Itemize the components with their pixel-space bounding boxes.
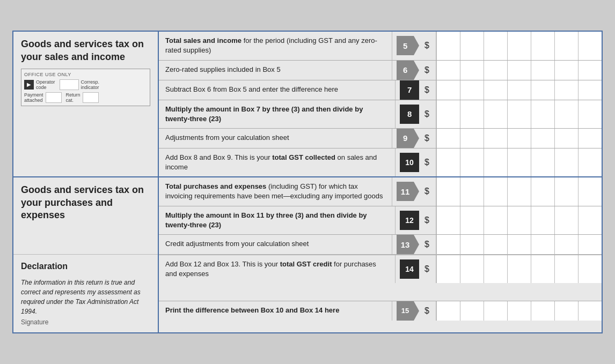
box11-cell-4[interactable] [507, 177, 531, 205]
box13-cell-3[interactable] [484, 235, 507, 254]
box15-cell-5[interactable] [531, 301, 554, 321]
box5-number-arrow: 5 [397, 36, 419, 55]
box14-cell-7[interactable] [578, 255, 602, 283]
box9-cell-7[interactable] [578, 129, 602, 148]
box12-dollar: $ [422, 216, 431, 225]
box6-cell-7[interactable] [578, 61, 602, 80]
box7-cell-4[interactable] [507, 80, 531, 100]
box8-cell-5[interactable] [531, 100, 554, 128]
box8-cell-6[interactable] [554, 100, 578, 128]
box11-cell-3[interactable] [484, 177, 507, 205]
box10-cell-1[interactable] [436, 148, 460, 176]
box8-cell-3[interactable] [484, 100, 507, 128]
box8-number: 8 [400, 105, 419, 124]
box9-cell-5[interactable] [531, 129, 554, 148]
box5-cell-2[interactable] [460, 32, 484, 60]
box5-input-cells [436, 32, 602, 60]
box11-cell-1[interactable] [436, 177, 460, 205]
box12-cell-1[interactable] [436, 206, 460, 234]
corresp-field[interactable] [60, 79, 79, 90]
box10-cell-2[interactable] [460, 148, 484, 176]
box7-desc: Subtract Box 6 from Box 5 and enter the … [159, 80, 396, 100]
box7-cell-3[interactable] [484, 80, 507, 100]
box6-cell-1[interactable] [436, 61, 460, 80]
form-container: Goods and services tax on your sales and… [12, 31, 603, 333]
box14-cell-1[interactable] [436, 255, 460, 283]
box14-cell-5[interactable] [531, 255, 554, 283]
box13-cell-6[interactable] [554, 235, 578, 254]
return-cat-field[interactable] [83, 92, 99, 103]
box5-cell-3[interactable] [484, 32, 507, 60]
box12-cell-5[interactable] [531, 206, 554, 234]
box10-row: Add Box 8 and Box 9. This is your total … [159, 148, 602, 176]
box9-cell-4[interactable] [507, 129, 531, 148]
box7-cell-2[interactable] [460, 80, 484, 100]
box14-cell-4[interactable] [507, 255, 531, 283]
box12-cell-4[interactable] [507, 206, 531, 234]
box8-row: Multiply the amount in Box 7 by three (3… [159, 100, 602, 128]
box7-cell-5[interactable] [531, 80, 554, 100]
box10-cell-3[interactable] [484, 148, 507, 176]
box12-cell-2[interactable] [460, 206, 484, 234]
box12-cell-6[interactable] [554, 206, 578, 234]
box9-cell-3[interactable] [484, 129, 507, 148]
box7-cell-6[interactable] [554, 80, 578, 100]
box6-cell-5[interactable] [531, 61, 554, 80]
box15-cell-3[interactable] [484, 301, 507, 321]
box7-cell-7[interactable] [578, 80, 602, 100]
box12-cell-3[interactable] [484, 206, 507, 234]
box14-cell-3[interactable] [484, 255, 507, 283]
box11-cell-2[interactable] [460, 177, 484, 205]
box7-right: Subtract Box 6 from Box 5 and enter the … [158, 80, 602, 100]
box11-cell-7[interactable] [578, 177, 602, 205]
box10-area: 10 $ [396, 148, 436, 176]
box10-cell-7[interactable] [578, 148, 602, 176]
box6-cell-4[interactable] [507, 61, 531, 80]
box11-arrow-tab [414, 182, 419, 201]
box13-cell-2[interactable] [460, 235, 484, 254]
box15-cell-7[interactable] [578, 301, 602, 321]
box14-cell-6[interactable] [554, 255, 578, 283]
box8-cell-2[interactable] [460, 100, 484, 128]
box14-row: Add Box 12 and Box 13. This is your tota… [159, 255, 602, 283]
box10-cell-6[interactable] [554, 148, 578, 176]
box6-cell-3[interactable] [484, 61, 507, 80]
box5-cell-4[interactable] [507, 32, 531, 60]
box15-cell-1[interactable] [436, 301, 460, 321]
box6-area: 6 $ [392, 61, 436, 80]
box5-cell-6[interactable] [554, 32, 578, 60]
return-cat-item: Returncat. [66, 92, 99, 103]
box15-cell-6[interactable] [554, 301, 578, 321]
box5-cell-1[interactable] [436, 32, 460, 60]
box8-cell-7[interactable] [578, 100, 602, 128]
box14-cell-2[interactable] [460, 255, 484, 283]
box11-cell-5[interactable] [531, 177, 554, 205]
box9-cell-6[interactable] [554, 129, 578, 148]
box10-cell-4[interactable] [507, 148, 531, 176]
box6-cell-6[interactable] [554, 61, 578, 80]
box5-cell-5[interactable] [531, 32, 554, 60]
box7-number: 7 [400, 80, 419, 100]
box13-cell-4[interactable] [507, 235, 531, 254]
box8-cell-4[interactable] [507, 100, 531, 128]
box15-cell-4[interactable] [507, 301, 531, 321]
box9-cell-2[interactable] [460, 129, 484, 148]
box6-number-arrow: 6 [397, 61, 419, 80]
box8-cell-1[interactable] [436, 100, 460, 128]
payment-field[interactable] [46, 92, 62, 103]
purchases-left-col: Goods and services tax on your purchases… [13, 177, 158, 254]
box11-cell-6[interactable] [554, 177, 578, 205]
box13-cell-1[interactable] [436, 235, 460, 254]
box15-cell-2[interactable] [460, 301, 484, 321]
box13-cell-7[interactable] [578, 235, 602, 254]
box9-cell-1[interactable] [436, 129, 460, 148]
box12-cell-7[interactable] [578, 206, 602, 234]
box13-cell-5[interactable] [531, 235, 554, 254]
box5-cell-7[interactable] [578, 32, 602, 60]
box6-dollar: $ [422, 65, 431, 75]
box12-row: Multiply the amount in Box 11 by three (… [159, 206, 602, 234]
box6-cell-2[interactable] [460, 61, 484, 80]
box7-cell-1[interactable] [436, 80, 460, 100]
box10-cell-5[interactable] [531, 148, 554, 176]
sales-left-col: Goods and services tax on your sales and… [13, 32, 158, 177]
